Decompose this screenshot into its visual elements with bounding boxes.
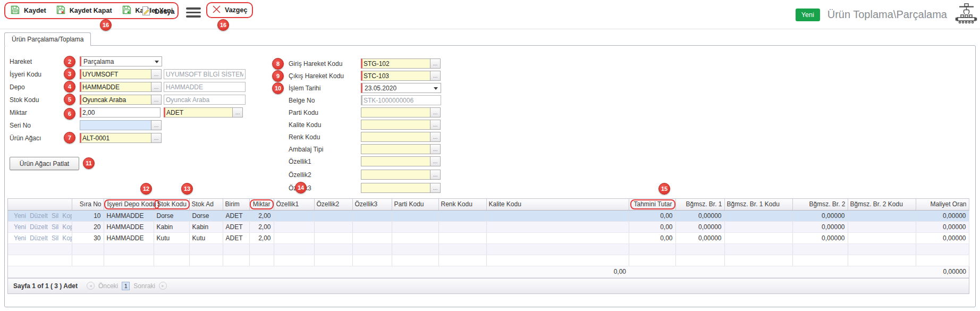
ozellik1-input[interactable] [361, 156, 430, 166]
urun-agaci-patlat-button[interactable]: Ürün Ağacı Patlat [10, 157, 79, 170]
row-action-kopya[interactable]: Kopya [62, 234, 72, 242]
cell-maliyet-oran: 0,00000 [916, 221, 969, 232]
menu-icon[interactable] [186, 7, 201, 20]
form-row-ambalaj-tipi: Ambalaj Tipi... [0, 144, 980, 155]
renk-kodu-input[interactable] [361, 132, 430, 142]
kalite-kodu-input[interactable] [361, 120, 430, 130]
giris-hareket-kodu-lookup-button[interactable]: ... [430, 58, 441, 69]
col-header-birim[interactable]: Birim [223, 199, 249, 210]
annotation-box-isyeri-depo-kodu: İşyeri Depo Kodu [104, 199, 159, 209]
summary-cell [629, 266, 675, 278]
col-header-kalite-kodu[interactable]: Kalite Kodu [486, 199, 629, 210]
pager-next-label[interactable]: Sonraki [133, 282, 155, 290]
page-title: Ürün Toplama\Parçalama [827, 9, 947, 21]
col-header-stok-kodu[interactable]: Stok Kodu [154, 199, 189, 210]
row-action-sil[interactable]: Sil [52, 223, 58, 231]
row-actions-cell [8, 255, 72, 266]
save-close-button[interactable]: Kaydet Kapat [56, 5, 112, 16]
col-header-renk-kodu[interactable]: Renk Kodu [438, 199, 486, 210]
file-button[interactable]: Dosya [141, 6, 175, 18]
table-row[interactable]: YeniDüzeltSilKopya20HAMMADDEKabinKabinAD… [8, 221, 969, 232]
row-action-yeni[interactable]: Yeni [14, 223, 26, 231]
parti-kodu-input[interactable] [361, 107, 430, 117]
row-action-duzelt[interactable]: Düzelt [30, 223, 48, 231]
cell-bgmsz-br-2: 0,00000 [792, 232, 848, 243]
cikis-hareket-kodu-input[interactable] [361, 71, 430, 81]
col-header-bgmsz-br-1-kodu[interactable]: Bğmsz. Br. 1 Kodu [724, 199, 792, 210]
kalite-kodu-lookup-button[interactable]: ... [430, 120, 441, 130]
summary-cell [792, 266, 848, 278]
cell-renk-kodu [438, 255, 486, 266]
ozellik1-lookup-button[interactable]: ... [430, 156, 441, 166]
renk-kodu-lookup-button[interactable]: ... [430, 132, 441, 142]
col-header-stok-ad[interactable]: Stok Ad [189, 199, 223, 210]
cell-kalite-kodu [486, 255, 629, 266]
annotation-badge-7: 7 [64, 132, 75, 144]
summary-cell [154, 266, 189, 278]
col-header-isyeri-depo-kodu[interactable]: İşyeri Depo Kodu [104, 199, 154, 210]
col-header-ozellik1[interactable]: Özellik1 [274, 199, 314, 210]
cell-bgmsz-br-2 [792, 255, 848, 266]
col-header-maliyet-oran[interactable]: Maliyet Oran [916, 199, 969, 210]
row-action-sil[interactable]: Sil [52, 234, 58, 242]
col-header-sira-no[interactable]: Sıra No [72, 199, 104, 210]
file-button-label: Dosya [155, 8, 175, 15]
row-action-yeni[interactable]: Yeni [14, 234, 26, 242]
row-action-duzelt[interactable]: Düzelt [30, 212, 48, 220]
label-islem-tarihi: İşlem Tarihi [289, 85, 320, 92]
col-header-ozellik3[interactable]: Özellik3 [352, 199, 392, 210]
table-row[interactable] [8, 255, 969, 266]
col-header-bgmsz-br-2-kodu[interactable]: Bğmsz. Br. 2 Kodu [848, 199, 916, 210]
cell-bgmsz-br-2-kodu [848, 210, 916, 221]
col-header-bgmsz-br-2[interactable]: Bğmsz. Br. 2 [792, 199, 848, 210]
row-actions-cell: YeniDüzeltSilKopya [8, 210, 72, 221]
parti-kodu-lookup-button[interactable]: ... [430, 107, 441, 117]
summary-cell: 0,00000 [916, 266, 969, 278]
tab-urun-parcalama-toplama[interactable]: Ürün Parçalama/Toplama [4, 32, 91, 46]
table-row[interactable] [8, 243, 969, 255]
ambalaj-tipi-input[interactable] [361, 144, 430, 154]
cell-ozellik2 [314, 255, 352, 266]
row-action-yeni[interactable]: Yeni [14, 212, 26, 220]
cikis-hareket-kodu-lookup-button[interactable]: ... [430, 71, 441, 81]
row-action-duzelt[interactable]: Düzelt [30, 234, 48, 242]
ozellik3-lookup-button[interactable]: ... [430, 183, 441, 193]
ozellik2-lookup-button[interactable]: ... [430, 170, 441, 180]
row-action-kopya[interactable]: Kopya [62, 212, 72, 220]
cell-kalite-kodu [486, 243, 629, 255]
table-row[interactable]: YeniDüzeltSilKopya10HAMMADDEDorseDorseAD… [8, 210, 969, 221]
cell-sira-no [72, 243, 104, 255]
ambalaj-tipi-lookup-button[interactable]: ... [430, 144, 441, 154]
pager-page-1[interactable]: 1 [122, 282, 130, 290]
cell-bgmsz-br-2-kodu [848, 221, 916, 232]
label-belge-no: Belge No [289, 97, 315, 104]
cell-stok-kodu [154, 243, 189, 255]
cancel-button[interactable]: Vazgeç [212, 5, 247, 15]
col-header-tahmini-tutar[interactable]: Tahmini Tutar [629, 199, 675, 210]
pager-prev-label[interactable]: Önceki [98, 282, 118, 290]
cell-parti-kodu [392, 255, 438, 266]
col-header-parti-kodu[interactable]: Parti Kodu [392, 199, 438, 210]
ozellik2-input[interactable] [361, 170, 430, 180]
col-header-miktar[interactable]: Miktar [249, 199, 274, 210]
col-header-ozellik2[interactable]: Özellik2 [314, 199, 352, 210]
form-row-ozellik2: Özellik2... [0, 170, 980, 180]
ozellik3-input[interactable] [361, 183, 430, 193]
summary-cell [848, 266, 916, 278]
pager-next-icon[interactable]: ► [159, 282, 167, 290]
row-actions-cell: YeniDüzeltSilKopya [8, 221, 72, 232]
annotation-badge-4: 4 [64, 81, 75, 93]
items-table: Sıra Noİşyeri Depo KoduStok KoduStok AdB… [8, 199, 969, 278]
table-row[interactable]: YeniDüzeltSilKopya30HAMMADDEKutuKutuADET… [8, 232, 969, 243]
pager-prev-icon[interactable]: ◄ [87, 282, 95, 290]
save-button[interactable]: Kaydet [10, 5, 46, 16]
giris-hareket-kodu-input[interactable] [361, 58, 430, 69]
annotation-badge-16: 16 [100, 19, 112, 31]
islem-tarihi-select[interactable]: 23.05.2020 [361, 83, 441, 93]
row-action-kopya[interactable]: Kopya [62, 223, 72, 231]
col-header-bgmsz-br-1[interactable]: Bğmsz. Br. 1 [675, 199, 724, 210]
cell-stok-ad: Dorse [189, 210, 223, 221]
annotation-badge-14: 14 [295, 182, 307, 194]
row-action-sil[interactable]: Sil [52, 212, 58, 220]
cell-birim: ADET [223, 221, 249, 232]
